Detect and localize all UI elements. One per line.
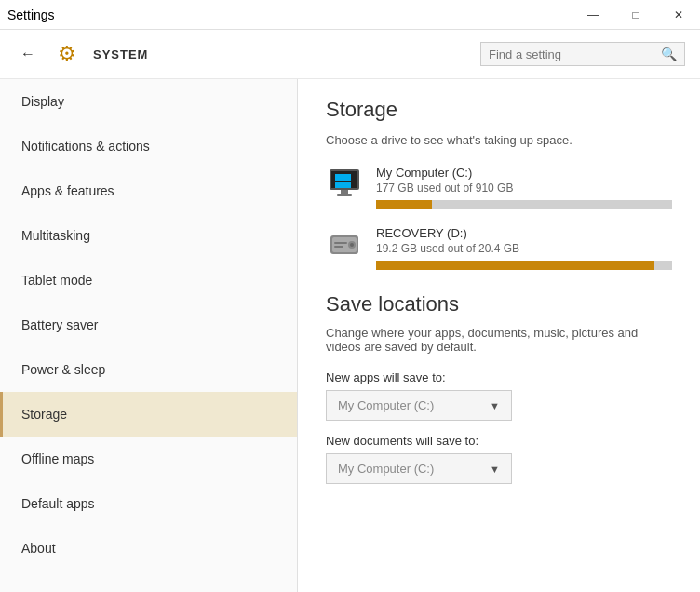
new-docs-dropdown-arrow: ▼	[490, 464, 500, 475]
maximize-button[interactable]: □	[614, 0, 657, 30]
svg-rect-13	[334, 246, 343, 248]
settings-gear-icon: ⚙	[52, 39, 82, 69]
sidebar-item-tablet[interactable]: Tablet mode	[0, 258, 297, 303]
sidebar: Display Notifications & actions Apps & f…	[0, 79, 298, 592]
sidebar-item-default[interactable]: Default apps	[0, 481, 297, 526]
app-title: SYSTEM	[93, 47, 469, 61]
search-box[interactable]: 🔍	[480, 42, 685, 66]
title-bar: Settings — □ ✕	[0, 0, 700, 30]
svg-rect-3	[343, 174, 351, 181]
sidebar-item-battery[interactable]: Battery saver	[0, 303, 297, 347]
sidebar-item-multitasking[interactable]: Multitasking	[0, 213, 297, 258]
sidebar-item-notifications[interactable]: Notifications & actions	[0, 124, 297, 168]
search-icon: 🔍	[661, 47, 677, 61]
drive-d-item[interactable]: RECOVERY (D:) 19.2 GB used out of 20.4 G…	[326, 226, 672, 270]
back-button[interactable]: ←	[15, 41, 41, 67]
sidebar-item-power[interactable]: Power & sleep	[0, 347, 297, 392]
app-header: ← ⚙ SYSTEM 🔍	[0, 30, 700, 79]
minimize-button[interactable]: —	[572, 0, 614, 30]
drive-d-progress-fill	[376, 261, 654, 270]
storage-title: Storage	[326, 98, 672, 122]
save-locations-description: Change where your apps, documents, music…	[326, 326, 672, 354]
drive-c-usage: 177 GB used out of 910 GB	[376, 182, 672, 195]
drive-c-name: My Computer (C:)	[376, 166, 672, 180]
svg-rect-7	[337, 194, 352, 196]
main-content: Display Notifications & actions Apps & f…	[0, 79, 700, 592]
svg-rect-2	[335, 174, 343, 181]
drive-c-progress-fill	[376, 200, 432, 209]
right-panel: Storage Choose a drive to see what's tak…	[298, 79, 700, 592]
storage-description: Choose a drive to see what's taking up s…	[326, 133, 672, 147]
new-apps-dropdown-arrow: ▼	[490, 400, 500, 411]
drive-d-usage: 19.2 GB used out of 20.4 GB	[376, 242, 672, 255]
title-bar-left: Settings	[7, 7, 55, 22]
drive-d-name: RECOVERY (D:)	[376, 226, 672, 240]
svg-rect-4	[335, 182, 343, 188]
svg-rect-6	[341, 190, 348, 194]
drive-d-progress-bg	[376, 261, 672, 270]
title-bar-title: Settings	[7, 7, 55, 22]
close-button[interactable]: ✕	[657, 0, 700, 30]
sidebar-item-display[interactable]: Display	[0, 79, 297, 124]
svg-rect-5	[343, 182, 351, 188]
new-apps-dropdown[interactable]: My Computer (C:) ▼	[326, 390, 512, 421]
drive-d-info: RECOVERY (D:) 19.2 GB used out of 20.4 G…	[376, 226, 672, 270]
sidebar-item-storage[interactable]: Storage	[0, 392, 297, 437]
new-docs-dropdown[interactable]: My Computer (C:) ▼	[326, 453, 512, 484]
sidebar-item-about[interactable]: About	[0, 526, 297, 571]
new-apps-dropdown-value: My Computer (C:)	[338, 398, 434, 412]
save-locations-title: Save locations	[326, 292, 672, 316]
drive-c-icon	[326, 166, 363, 203]
drive-d-icon	[326, 226, 363, 263]
new-docs-label: New documents will save to:	[326, 434, 672, 448]
svg-point-11	[350, 243, 354, 247]
sidebar-item-apps[interactable]: Apps & features	[0, 168, 297, 213]
drive-c-info: My Computer (C:) 177 GB used out of 910 …	[376, 166, 672, 209]
drive-c-progress-bg	[376, 200, 672, 209]
new-docs-dropdown-value: My Computer (C:)	[338, 462, 434, 476]
title-bar-controls: — □ ✕	[572, 0, 700, 30]
new-apps-label: New apps will save to:	[326, 370, 672, 384]
drive-c-item[interactable]: My Computer (C:) 177 GB used out of 910 …	[326, 166, 672, 209]
search-input[interactable]	[489, 47, 655, 61]
svg-rect-12	[334, 242, 347, 244]
sidebar-item-maps[interactable]: Offline maps	[0, 437, 297, 481]
